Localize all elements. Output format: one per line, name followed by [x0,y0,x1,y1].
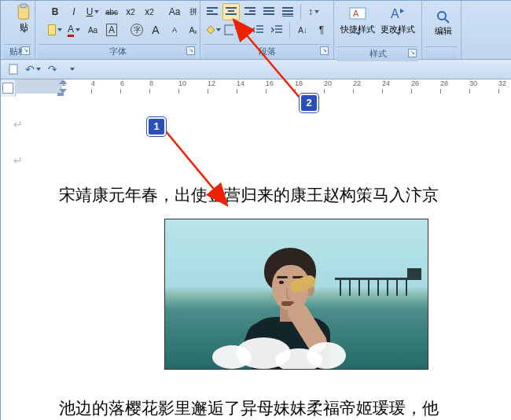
pier-icon [335,268,421,295]
ruler-tick: 10 [178,79,186,94]
chevron-down-icon [20,33,27,42]
chevron-down-icon [355,35,361,45]
group-title-clipboard: 贴板 ↘ [4,44,31,59]
align-left-icon [207,7,218,17]
document-area[interactable]: ↵ ↵ 宋靖康元年春，出使金营归来的康王赵构策马入汴京 [1,97,511,420]
page: ↵ ↵ 宋靖康元年春，出使金营归来的康王赵构策马入汴京 [1,97,511,420]
shading-button[interactable] [204,21,222,39]
clear-format-button[interactable]: Aᵪ [185,21,202,39]
find-icon [436,9,451,25]
font-color-button[interactable]: A [65,21,83,39]
strikethrough-button[interactable]: abc [103,3,120,20]
italic-button[interactable]: I [65,3,83,20]
change-styles-icon: A [388,5,407,24]
svg-text:A: A [391,7,399,20]
align-left-button[interactable] [204,3,221,20]
water-splash [212,337,354,370]
ruler-tick: 18 [295,79,303,94]
ruler-tick: 16 [266,79,274,94]
align-center-icon [226,7,237,17]
ruler-margin-left [15,79,62,94]
first-line-indent-marker[interactable] [59,79,67,84]
horizontal-ruler[interactable]: 2468101214161820222426283032 [15,79,511,94]
superscript-button[interactable]: x2 [141,3,158,20]
ruler-tick: 26 [411,79,419,94]
align-right-icon [244,7,256,17]
dialog-launcher-icon[interactable]: ↘ [320,46,329,55]
paragraph-mark: ↵ [13,154,23,167]
quick-access-toolbar: ↶ ↷ [1,60,511,79]
ruler-tick: 14 [237,79,244,94]
group-font: B I U abc x2 x2 Aa 拼 A Aa A 字 A A Aᵪ [35,1,200,59]
ruler-corner [1,79,16,98]
ruler-tick: 32 [498,79,506,94]
highlight-button[interactable] [46,21,64,39]
phonetic-guide-button[interactable]: 拼 [185,3,202,20]
group-clipboard: 贴 贴板 ↘ [1,1,35,59]
ruler-tick: 22 [353,79,361,94]
ribbon: 贴 贴板 ↘ B I U abc x2 x2 Aa 拼 A [1,1,511,60]
char-border-button[interactable]: A [103,21,120,39]
enclosed-char-button[interactable]: 字 [128,21,145,39]
align-distribute-icon [282,7,293,17]
photo-content [164,219,428,370]
show-marks-button[interactable]: ¶ [313,21,330,39]
editing-button[interactable]: 编辑 [425,2,461,43]
char-shading-button[interactable]: Aa [84,21,101,39]
line-spacing-button[interactable]: ↕ [305,3,322,20]
group-editing: 编辑 [422,1,461,59]
group-title-editing [425,46,458,59]
group-paragraph: ↕ A↓ ¶ 段落 ↘ [200,1,334,59]
ruler-tick: 30 [469,79,477,94]
ruler-tick: 24 [382,79,390,94]
toolbar-button-1[interactable] [6,61,21,77]
align-right-button[interactable] [241,3,259,20]
decrease-indent-button[interactable] [249,21,267,39]
body-text: 池边的落樱花影里邂逅了异母妹妹柔福帝姬瑗瑗，他 [59,399,439,418]
inline-image[interactable] [164,219,428,382]
underline-button[interactable]: U [84,3,101,20]
change-styles-button[interactable]: A 更改样式 [378,2,419,46]
body-text: 宋靖康元年春，出使金营归来的康王赵构策马入汴京 [59,186,439,204]
shrink-font-button[interactable]: A [166,21,183,39]
borders-button[interactable] [223,21,241,39]
dialog-launcher-icon[interactable]: ↘ [186,46,195,55]
tab-selector-button[interactable] [2,83,13,94]
separator [289,22,290,38]
subscript-button[interactable]: x2 [122,3,139,20]
grow-font-button[interactable]: A [147,21,164,39]
align-center-button[interactable] [222,3,240,20]
increase-indent-button[interactable] [268,21,285,39]
undo-button[interactable]: ↶ [24,61,42,77]
ruler-tick: 8 [149,79,153,94]
align-distribute-button[interactable] [279,3,296,20]
group-title-styles: 样式 ↘ [337,46,418,61]
quick-styles-button[interactable]: A 快捷样式 [337,2,378,46]
bold-button[interactable]: B [46,3,64,20]
sort-button[interactable]: A↓ [294,21,311,39]
svg-rect-7 [9,64,17,74]
quick-styles-icon: A [348,5,367,24]
svg-rect-1 [20,4,27,8]
ruler-tick: 4 [91,79,95,94]
svg-rect-2 [225,25,234,35]
change-case-button[interactable]: Aa [166,3,183,20]
redo-button[interactable]: ↷ [45,61,61,77]
svg-text:A: A [353,9,359,18]
group-styles: A 快捷样式 A 更改样式 样式 ↘ [334,1,422,59]
group-title-paragraph: 段落 ↘ [204,44,330,59]
paint-bucket-icon [204,24,215,35]
separator [244,22,245,38]
image-paragraph [13,219,511,382]
left-indent-marker[interactable] [57,93,64,96]
group-title-font: 字体 ↘ [39,44,197,59]
callout-badge-2: 2 [300,94,318,112]
callout-badge-1: 1 [147,117,166,136]
align-justify-button[interactable] [260,3,278,20]
qat-more-button[interactable] [64,61,79,77]
dialog-launcher-icon[interactable]: ↘ [21,46,30,55]
borders-icon [224,24,234,35]
dialog-launcher-icon[interactable]: ↘ [408,49,417,57]
paragraph-mark: ↵ [13,118,23,131]
ruler-tick: 28 [440,79,448,94]
